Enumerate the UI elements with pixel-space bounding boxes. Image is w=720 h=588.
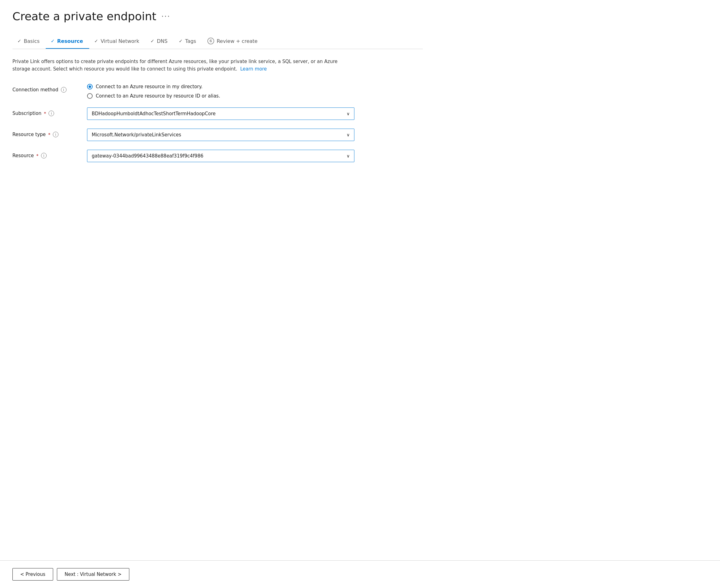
resource-info-icon[interactable]: i bbox=[41, 153, 47, 159]
tab-resource[interactable]: ✓ Resource bbox=[46, 35, 89, 48]
connection-method-info-icon[interactable]: i bbox=[61, 87, 66, 92]
tab-dns-label: DNS bbox=[157, 38, 167, 44]
resource-type-row: Resource type * i Microsoft.Network/priv… bbox=[13, 129, 354, 141]
radio-directory-input[interactable] bbox=[87, 84, 93, 89]
tab-basics[interactable]: ✓ Basics bbox=[13, 35, 46, 48]
tab-tags-label: Tags bbox=[185, 38, 196, 44]
radio-directory[interactable]: Connect to an Azure resource in my direc… bbox=[87, 84, 354, 89]
subscription-required-star: * bbox=[44, 111, 46, 116]
tab-tags[interactable]: ✓ Tags bbox=[174, 35, 202, 48]
tab-resource-check-icon: ✓ bbox=[51, 38, 55, 44]
more-options-icon[interactable]: ··· bbox=[161, 12, 171, 21]
connection-method-label: Connection method i bbox=[13, 84, 81, 92]
tab-review-create-label: Review + create bbox=[217, 38, 257, 44]
radio-alias-input[interactable] bbox=[87, 93, 93, 99]
page-description: Private Link offers options to create pr… bbox=[13, 58, 354, 73]
tab-virtual-network-check-icon: ✓ bbox=[94, 38, 98, 44]
page-footer: < Previous Next : Virtual Network > bbox=[0, 560, 720, 588]
resource-type-value: Microsoft.Network/privateLinkServices bbox=[92, 132, 181, 138]
tab-dns-check-icon: ✓ bbox=[151, 38, 155, 44]
tab-virtual-network[interactable]: ✓ Virtual Network bbox=[89, 35, 145, 48]
subscription-control: BDHadoopHumboldtAdhocTestShortTermHadoop… bbox=[87, 107, 354, 120]
radio-alias-label: Connect to an Azure resource by resource… bbox=[96, 93, 220, 99]
resource-value: gateway-0344bad99643488e88eaf319f9c4f986 bbox=[92, 153, 203, 159]
tab-basics-check-icon: ✓ bbox=[17, 38, 21, 44]
subscription-label: Subscription * i bbox=[13, 107, 81, 116]
resource-row: Resource * i gateway-0344bad99643488e88e… bbox=[13, 150, 354, 162]
resource-type-control: Microsoft.Network/privateLinkServices ∨ bbox=[87, 129, 354, 141]
resource-type-chevron-icon: ∨ bbox=[347, 132, 350, 137]
resource-type-required-star: * bbox=[48, 132, 51, 137]
tab-resource-label: Resource bbox=[57, 38, 83, 44]
subscription-dropdown[interactable]: BDHadoopHumboldtAdhocTestShortTermHadoop… bbox=[87, 107, 354, 120]
learn-more-link[interactable]: Learn more bbox=[240, 66, 267, 72]
tabs-nav: ✓ Basics ✓ Resource ✓ Virtual Network ✓ … bbox=[13, 34, 423, 49]
resource-control: gateway-0344bad99643488e88eaf319f9c4f986… bbox=[87, 150, 354, 162]
radio-alias[interactable]: Connect to an Azure resource by resource… bbox=[87, 93, 354, 99]
resource-type-label: Resource type * i bbox=[13, 129, 81, 137]
connection-method-radio-group: Connect to an Azure resource in my direc… bbox=[87, 84, 354, 99]
tab-review-number-badge: 6 bbox=[207, 38, 214, 44]
page-title: Create a private endpoint bbox=[13, 10, 156, 23]
next-button[interactable]: Next : Virtual Network > bbox=[57, 568, 129, 581]
tab-basics-label: Basics bbox=[24, 38, 40, 44]
resource-form: Connection method i Connect to an Azure … bbox=[13, 84, 354, 162]
resource-dropdown[interactable]: gateway-0344bad99643488e88eaf319f9c4f986… bbox=[87, 150, 354, 162]
tab-dns[interactable]: ✓ DNS bbox=[145, 35, 174, 48]
connection-method-control: Connect to an Azure resource in my direc… bbox=[87, 84, 354, 99]
resource-chevron-icon: ∨ bbox=[347, 153, 350, 159]
subscription-info-icon[interactable]: i bbox=[48, 110, 54, 116]
tab-virtual-network-label: Virtual Network bbox=[101, 38, 139, 44]
previous-button[interactable]: < Previous bbox=[13, 568, 53, 581]
resource-label: Resource * i bbox=[13, 150, 81, 159]
radio-directory-label: Connect to an Azure resource in my direc… bbox=[96, 84, 203, 89]
connection-method-row: Connection method i Connect to an Azure … bbox=[13, 84, 354, 99]
subscription-value: BDHadoopHumboldtAdhocTestShortTermHadoop… bbox=[92, 111, 216, 117]
resource-required-star: * bbox=[36, 153, 39, 158]
resource-type-dropdown[interactable]: Microsoft.Network/privateLinkServices ∨ bbox=[87, 129, 354, 141]
tab-review-create[interactable]: 6 Review + create bbox=[202, 34, 264, 49]
subscription-row: Subscription * i BDHadoopHumboldtAdhocTe… bbox=[13, 107, 354, 120]
subscription-chevron-icon: ∨ bbox=[347, 111, 350, 116]
resource-type-info-icon[interactable]: i bbox=[53, 132, 58, 137]
tab-tags-check-icon: ✓ bbox=[179, 38, 183, 44]
